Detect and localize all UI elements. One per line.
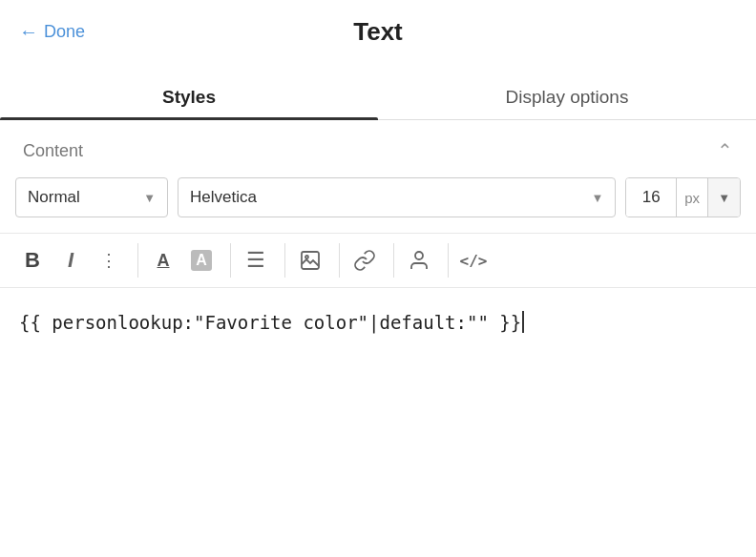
align-button[interactable]: ☰	[239, 243, 273, 278]
header: ← Done Text	[0, 0, 756, 62]
image-button[interactable]	[293, 243, 327, 278]
highlight-button[interactable]: A	[184, 243, 219, 278]
tabs-container: Styles Display options	[0, 73, 756, 120]
toolbar-group-link	[347, 243, 394, 278]
svg-point-1	[305, 256, 308, 258]
highlight-a-icon: A	[191, 250, 212, 271]
style-dropdown-value: Normal	[28, 188, 80, 207]
tab-styles[interactable]: Styles	[0, 73, 378, 119]
link-icon	[353, 249, 376, 272]
align-icon: ☰	[246, 248, 265, 273]
more-icon: ⋮	[100, 250, 118, 271]
italic-button[interactable]: I	[53, 243, 88, 278]
content-section-header[interactable]: Content ⌃	[0, 120, 756, 177]
back-arrow-icon: ←	[19, 21, 38, 43]
font-size-unit: px	[676, 178, 707, 217]
collapse-icon[interactable]: ⌃	[717, 139, 733, 162]
toolbar-row: B I ⋮ A A ☰	[0, 233, 756, 288]
person-icon	[408, 249, 430, 272]
content-section-title: Content	[23, 141, 83, 161]
font-size-input[interactable]	[626, 178, 676, 217]
image-icon	[299, 249, 322, 272]
style-dropdown-arrow-icon: ▼	[143, 191, 156, 205]
bold-button[interactable]: B	[15, 243, 50, 278]
done-button[interactable]: ← Done	[19, 21, 85, 43]
svg-point-2	[415, 252, 423, 259]
toolbar-group-image	[293, 243, 340, 278]
content-preview[interactable]: {{ personlookup:"Favorite color"|default…	[0, 288, 756, 356]
toolbar-group-person	[402, 243, 449, 278]
font-dropdown-value: Helvetica	[190, 188, 257, 207]
code-button[interactable]: </>	[456, 243, 491, 278]
font-dropdown-arrow-icon: ▼	[591, 191, 603, 205]
underline-a-icon: A	[158, 251, 170, 271]
link-button[interactable]	[347, 243, 382, 278]
person-button[interactable]	[402, 243, 436, 278]
toolbar-group-code: </>	[456, 243, 502, 278]
bold-icon: B	[25, 248, 40, 273]
font-dropdown[interactable]: Helvetica ▼	[178, 177, 616, 217]
italic-icon: I	[68, 248, 74, 273]
svg-rect-0	[302, 252, 319, 269]
cursor	[522, 311, 524, 333]
toolbar-group-align: ☰	[239, 243, 285, 278]
toolbar-group-font-color: A A	[146, 243, 231, 278]
style-dropdown[interactable]: Normal ▼	[15, 177, 168, 217]
underline-color-button[interactable]: A	[146, 243, 180, 278]
done-label: Done	[44, 22, 85, 42]
tab-display-options[interactable]: Display options	[378, 73, 756, 119]
more-button[interactable]: ⋮	[92, 243, 126, 278]
page-title: Text	[353, 17, 403, 47]
font-size-group: px ▼	[625, 177, 741, 217]
controls-row: Normal ▼ Helvetica ▼ px ▼	[0, 177, 756, 233]
preview-text: {{ personlookup:"Favorite color"|default…	[19, 312, 521, 333]
font-size-stepper-icon[interactable]: ▼	[707, 178, 740, 217]
toolbar-group-text-style: B I ⋮	[15, 243, 138, 278]
code-icon: </>	[460, 252, 488, 270]
